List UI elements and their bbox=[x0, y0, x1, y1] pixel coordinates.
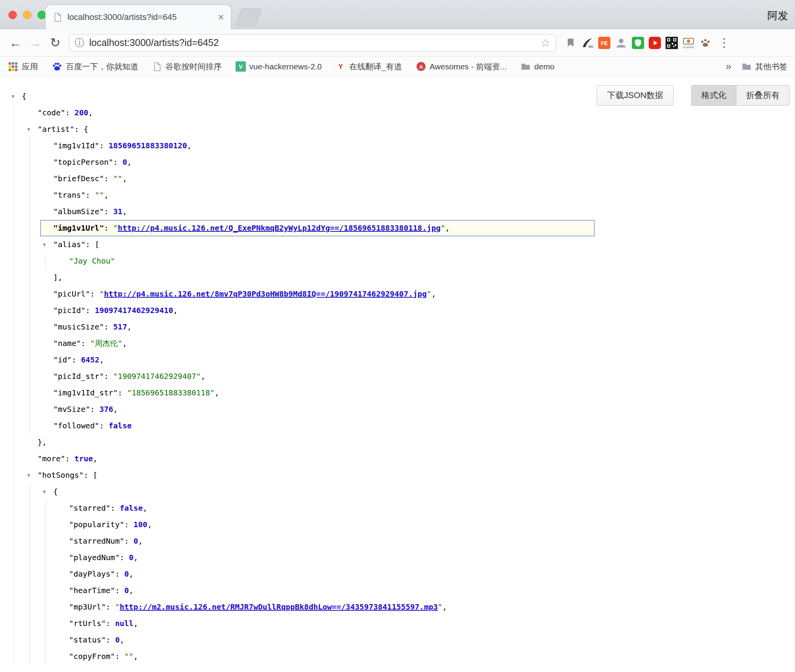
collapse-triangle-icon[interactable]: ▼ bbox=[43, 484, 46, 500]
browser-window: localhost:3000/artists?id=645 × 阿发 ← → ↻… bbox=[0, 0, 795, 672]
json-token: : bbox=[65, 454, 74, 463]
json-token: }, bbox=[38, 438, 47, 447]
json-token: "popularity" bbox=[69, 520, 124, 529]
bookmarks-overflow-chevron-icon[interactable]: » bbox=[726, 61, 731, 72]
json-token: 376 bbox=[99, 405, 113, 414]
profile-extension-icon[interactable] bbox=[614, 36, 628, 49]
flag-extension-icon[interactable] bbox=[564, 36, 577, 49]
collapse-triangle-icon[interactable]: ▼ bbox=[27, 121, 30, 138]
json-token: "copyFrom" bbox=[69, 652, 115, 661]
reload-button[interactable]: ↻ bbox=[45, 35, 65, 50]
tree-guide-line bbox=[45, 500, 46, 665]
tree-guide-line bbox=[45, 253, 46, 269]
fe-extension-icon[interactable]: FE bbox=[597, 36, 611, 49]
json-token: 6452 bbox=[81, 355, 99, 364]
format-button[interactable]: 格式化 bbox=[691, 85, 736, 106]
forward-button[interactable]: → bbox=[25, 36, 45, 50]
shield-extension-icon[interactable] bbox=[631, 36, 645, 49]
window-close-button[interactable] bbox=[8, 11, 17, 19]
bookmark-awesomes[interactable]: A Awesomes - 前端资... bbox=[416, 61, 507, 72]
bookmark-baidu[interactable]: 百度一下，你就知道 bbox=[52, 61, 138, 72]
youtube-extension-icon[interactable] bbox=[648, 36, 661, 49]
browser-menu-icon[interactable]: ⋮ bbox=[718, 36, 730, 50]
json-line: "rtUrls": null, bbox=[0, 615, 795, 632]
json-token: 200 bbox=[74, 108, 88, 117]
window-minimize-button[interactable] bbox=[23, 11, 31, 19]
json-token: , bbox=[88, 108, 93, 117]
json-token: " bbox=[99, 289, 104, 298]
json-line: "mvSize": 376, bbox=[0, 401, 795, 418]
json-line: ▼"hotSongs": [ bbox=[0, 467, 795, 484]
json-token: , bbox=[187, 141, 191, 150]
json-token: false bbox=[109, 421, 132, 430]
bookmark-label: 应用 bbox=[22, 61, 38, 72]
json-token: 100 bbox=[134, 520, 147, 529]
json-token: " bbox=[113, 223, 118, 233]
json-token: , bbox=[93, 454, 98, 463]
tree-guide-line bbox=[14, 105, 14, 665]
json-token: "playedNum" bbox=[69, 553, 119, 562]
collapse-triangle-icon[interactable]: ▼ bbox=[27, 467, 30, 484]
json-token: : bbox=[124, 536, 134, 546]
tab-close-icon[interactable]: × bbox=[218, 12, 224, 23]
new-tab-button[interactable] bbox=[235, 8, 262, 26]
json-token: false bbox=[119, 503, 142, 513]
json-token: "img1v1Id" bbox=[53, 141, 99, 150]
json-token: , bbox=[138, 536, 143, 546]
bookmarks-bar: 应用 百度一下，你就知道 谷歌按时间排序 V vue-hackernews-2.… bbox=[0, 57, 795, 77]
json-line: "copyFrom": "", bbox=[0, 648, 795, 665]
back-button[interactable]: ← bbox=[5, 36, 25, 50]
qr-code-extension-icon[interactable] bbox=[665, 36, 678, 49]
json-line: "albumSize": 31, bbox=[0, 203, 795, 220]
collapse-triangle-icon[interactable]: ▼ bbox=[11, 88, 15, 105]
json-token: " bbox=[427, 289, 431, 298]
bookmark-apps[interactable]: 应用 bbox=[8, 61, 38, 72]
json-url-link[interactable]: http://p4.music.126.net/Q_ExePNkmqB2yWyL… bbox=[118, 223, 441, 233]
browser-toolbar: ← → ↻ ⓘ localhost:3000/artists?id=6452 ☆… bbox=[0, 29, 795, 57]
window-zoom-button[interactable] bbox=[38, 11, 46, 19]
json-token: "status" bbox=[69, 635, 106, 644]
download-json-button[interactable]: 下载JSON数据 bbox=[597, 85, 674, 106]
json-token: , bbox=[442, 602, 447, 611]
browser-tab[interactable]: localhost:3000/artists?id=645 × bbox=[45, 5, 231, 30]
json-viewer: ▼{"code": 200,▼"artist": {"img1v1Id": 18… bbox=[0, 77, 795, 665]
url-bar[interactable]: ⓘ localhost:3000/artists?id=6452 ☆ bbox=[69, 34, 556, 52]
json-line: }, bbox=[0, 434, 795, 451]
bookmark-youdao-translate[interactable]: Y 在线翻译_有道 bbox=[335, 61, 402, 72]
json-token: { bbox=[53, 487, 58, 496]
json-token: , bbox=[99, 355, 104, 364]
player-extension-icon[interactable]: PLAYER bbox=[682, 36, 695, 49]
json-token: , bbox=[143, 503, 147, 513]
json-token: "followed" bbox=[53, 421, 99, 430]
bookmark-demo-folder[interactable]: demo bbox=[520, 61, 555, 72]
json-url-link[interactable]: http://p4.music.126.net/8mv7qP30Pd3oHW8b… bbox=[104, 289, 427, 298]
bookmark-star-icon[interactable]: ☆ bbox=[540, 36, 550, 49]
json-token: : bbox=[65, 108, 74, 117]
json-token: "trans" bbox=[53, 190, 85, 200]
bookmark-google-sort[interactable]: 谷歌按时间排序 bbox=[152, 61, 222, 72]
collapse-all-button[interactable]: 折叠所有 bbox=[736, 85, 790, 106]
fe-label: FE bbox=[601, 40, 608, 46]
tree-guide-line bbox=[29, 484, 30, 665]
page-info-icon[interactable]: ⓘ bbox=[75, 36, 84, 49]
url-input[interactable]: localhost:3000/artists?id=6452 bbox=[89, 37, 535, 48]
json-token: "picId" bbox=[53, 306, 85, 315]
json-line: "playedNum": 0, bbox=[0, 549, 795, 566]
json-token: null bbox=[115, 619, 133, 628]
svg-text:V: V bbox=[239, 63, 243, 70]
json-line: "briefDesc": "", bbox=[0, 170, 795, 187]
collapse-triangle-icon[interactable]: ▼ bbox=[43, 236, 46, 253]
bookmark-label: demo bbox=[534, 62, 555, 71]
json-token: , bbox=[113, 405, 118, 414]
json-token: : bbox=[113, 157, 123, 167]
json-token: "topicPerson" bbox=[53, 157, 113, 167]
paw-extension-icon[interactable] bbox=[698, 36, 712, 49]
json-token: , bbox=[127, 157, 132, 167]
translate-extension-icon[interactable]: en bbox=[581, 36, 594, 49]
bookmark-vue-hackernews[interactable]: V vue-hackernews-2.0 bbox=[236, 61, 322, 72]
json-url-link[interactable]: http://m2.music.126.net/RMJR7wDullRqppBk… bbox=[119, 602, 438, 611]
other-bookmarks-folder[interactable]: 其他书签 bbox=[741, 61, 787, 72]
json-token: "18569651883380118" bbox=[127, 388, 215, 397]
json-token: "picId_str" bbox=[53, 372, 104, 381]
profile-name[interactable]: 阿发 bbox=[767, 9, 788, 23]
